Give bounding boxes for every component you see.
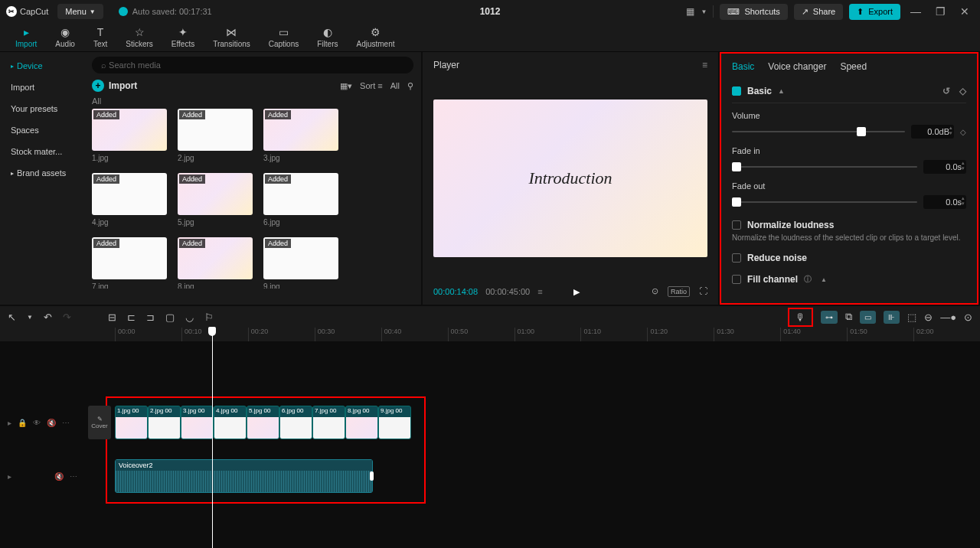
tab-audio[interactable]: ◉Audio [46, 23, 84, 51]
ratio-button[interactable]: Ratio [668, 286, 690, 297]
split-right-tool[interactable]: ⊐ [146, 312, 155, 323]
zoom-slider[interactable]: —● [940, 312, 956, 323]
inspector-tab-speed[interactable]: Speed [840, 61, 867, 72]
tab-adjustment[interactable]: ⚙Adjustment [347, 23, 403, 51]
volume-slider[interactable] [732, 131, 905, 132]
fadein-input[interactable]: 0.0s▴▾ [923, 160, 966, 174]
fullscreen-icon[interactable]: ⛶ [699, 286, 707, 297]
player-menu-icon[interactable]: ≡ [702, 60, 707, 70]
eye-icon[interactable]: 👁 [33, 419, 41, 427]
timeline-clip[interactable]: 8.jpg 00 [345, 406, 378, 439]
timeline[interactable]: 00:00 00:10 00:20 00:30 00:40 00:50 01:0… [0, 328, 980, 548]
sidebar-item-device[interactable]: ▸Device [0, 55, 84, 77]
media-item[interactable]: Added2.jpg [178, 109, 253, 162]
redo-button[interactable]: ↷ [63, 312, 71, 323]
keyframe-icon[interactable]: ◇ [960, 128, 966, 136]
split-tool[interactable]: ⊟ [108, 312, 116, 323]
timeline-clip[interactable]: 2.jpg 00 [148, 406, 181, 439]
preview-tool[interactable]: ▭ [860, 311, 876, 324]
timeline-clip[interactable]: 9.jpg 00 [378, 406, 411, 439]
video-track-head[interactable]: ▸ 🔒 👁 🔇 ⋯ [0, 406, 84, 439]
chevron-down-icon[interactable]: ▼ [27, 314, 33, 321]
tab-transitions[interactable]: ⋈Transitions [204, 23, 260, 51]
maximize-button[interactable]: ❐ [931, 5, 949, 18]
collapse-icon[interactable]: ▲ [821, 276, 827, 283]
link-tool[interactable]: ⧉ [845, 311, 852, 323]
clip-handle[interactable] [370, 471, 374, 481]
tab-effects[interactable]: ✦Effects [162, 23, 204, 51]
reduce-noise-checkbox[interactable] [732, 253, 741, 263]
inspector-tab-voice[interactable]: Voice changer [768, 61, 826, 72]
lock-icon[interactable]: 🔒 [18, 419, 27, 427]
pointer-tool[interactable]: ↖ [8, 312, 16, 323]
close-button[interactable]: ✕ [956, 5, 974, 18]
media-item[interactable]: Added3.jpg [263, 109, 338, 162]
player-canvas[interactable]: Introduction [423, 78, 718, 279]
media-item[interactable]: Added7.jpg [92, 237, 167, 289]
tab-filters[interactable]: ◐Filters [308, 23, 347, 51]
inspector-tab-basic[interactable]: Basic [732, 61, 754, 72]
playhead[interactable] [212, 328, 213, 548]
more-icon[interactable]: ⋯ [70, 472, 77, 481]
sidebar-item-import[interactable]: Import [0, 77, 84, 98]
tab-import[interactable]: ▸Import [6, 23, 46, 51]
list-icon[interactable]: ≡ [537, 287, 542, 296]
shortcuts-button[interactable]: ⌨ Shortcuts [720, 4, 787, 20]
media-item[interactable]: Added8.jpg [178, 237, 253, 289]
delete-tool[interactable]: ▢ [165, 312, 175, 323]
media-item[interactable]: Added1.jpg [92, 109, 167, 162]
play-button[interactable]: ▶ [573, 287, 580, 297]
search-input[interactable]: ⌕ Search media [92, 57, 413, 73]
crop-tool[interactable]: ⬚ [907, 312, 916, 323]
media-item[interactable]: Added6.jpg [263, 173, 338, 227]
media-item[interactable]: Added4.jpg [92, 173, 167, 227]
normalize-checkbox[interactable] [732, 220, 741, 230]
audio-clip[interactable]: Voiceover2 [115, 459, 373, 493]
filter-icon[interactable]: ⚲ [407, 81, 413, 91]
fadeout-slider[interactable] [732, 201, 917, 203]
split-left-tool[interactable]: ⊏ [127, 312, 136, 323]
timeline-clip[interactable]: 7.jpg 00 [312, 406, 345, 439]
cover-button[interactable]: ✎ Cover [88, 406, 111, 439]
filter-all-button[interactable]: All [390, 81, 400, 90]
share-button[interactable]: ↗ Share [794, 4, 843, 20]
info-icon[interactable]: ⓘ [804, 274, 812, 285]
menu-button[interactable]: Menu▼ [57, 4, 103, 19]
collapse-icon[interactable]: ▲ [778, 87, 785, 95]
tab-stickers[interactable]: ☆Stickers [116, 23, 162, 51]
marker-tool[interactable]: ◡ [185, 312, 194, 323]
basic-checkbox[interactable] [732, 86, 741, 96]
minimize-button[interactable]: — [906, 5, 925, 18]
volume-input[interactable]: 0.0dB▴▾ [911, 125, 954, 139]
zoom-fit-button[interactable]: ⊙ [964, 312, 972, 323]
compare-icon[interactable]: ⊙ [652, 286, 658, 297]
layout-icon[interactable]: ▦ [686, 6, 694, 17]
sidebar-item-presets[interactable]: Your presets [0, 98, 84, 119]
audio-track-head[interactable]: ▸ 🔇 ⋯ [0, 459, 84, 493]
tab-captions[interactable]: ▭Captions [260, 23, 308, 51]
tab-text[interactable]: TText [84, 23, 116, 51]
mute-icon[interactable]: 🔇 [54, 472, 64, 481]
sidebar-item-stock[interactable]: Stock mater... [0, 141, 84, 162]
media-item[interactable]: Added9.jpg [263, 237, 338, 289]
timeline-clip[interactable]: 3.jpg 00 [181, 406, 214, 439]
video-track[interactable]: 1.jpg 00 2.jpg 00 3.jpg 00 4.jpg 00 5.jp… [115, 406, 411, 439]
collapse-icon[interactable]: ▸ [8, 472, 11, 481]
media-item[interactable]: Added5.jpg [178, 173, 253, 227]
export-button[interactable]: ⬆ Export [849, 4, 900, 20]
more-icon[interactable]: ⋯ [62, 419, 70, 427]
timeline-clip[interactable]: 5.jpg 00 [247, 406, 279, 439]
record-voiceover-button[interactable]: 🎙 [788, 308, 813, 327]
fill-channel-checkbox[interactable] [732, 275, 741, 284]
mute-icon[interactable]: 🔇 [47, 419, 56, 427]
project-title[interactable]: 1012 [480, 6, 501, 17]
flag-tool[interactable]: ⚐ [204, 312, 214, 323]
grid-view-icon[interactable]: ▦▾ [340, 81, 352, 91]
sidebar-item-spaces[interactable]: Spaces [0, 119, 84, 141]
chevron-down-icon[interactable]: ▼ [701, 8, 707, 15]
sort-button[interactable]: Sort ≡ [360, 81, 383, 90]
timeline-clip[interactable]: 1.jpg 00 [115, 406, 148, 439]
zoom-out-button[interactable]: ⊖ [924, 312, 933, 323]
timeline-ruler[interactable]: 00:00 00:10 00:20 00:30 00:40 00:50 01:0… [0, 328, 980, 341]
sidebar-item-brand[interactable]: ▸Brand assets [0, 162, 84, 184]
